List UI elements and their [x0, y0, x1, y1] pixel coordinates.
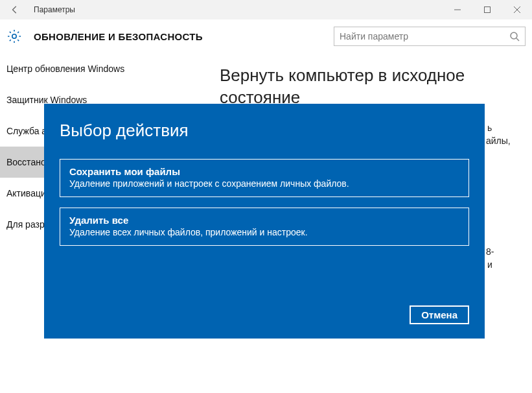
option-title: Удалить все: [69, 215, 459, 226]
option-remove-everything[interactable]: Удалить все Удаление всех личных файлов,…: [60, 208, 469, 246]
truncated-text: айлы,: [486, 136, 511, 146]
maximize-button[interactable]: [472, 0, 502, 19]
minimize-icon: [454, 6, 461, 13]
svg-point-5: [511, 32, 517, 39]
search-input[interactable]: [340, 31, 508, 42]
svg-point-4: [12, 34, 16, 38]
truncated-text: 8-: [486, 246, 494, 257]
svg-line-6: [516, 38, 519, 41]
svg-rect-1: [485, 7, 491, 13]
option-description: Удаление всех личных файлов, приложений …: [69, 227, 459, 237]
cancel-button[interactable]: Отмена: [410, 305, 469, 324]
truncated-text: и: [487, 259, 492, 270]
truncated-text: ь: [487, 123, 492, 133]
close-icon: [514, 6, 520, 13]
option-description: Удаление приложений и настроек с сохране…: [69, 178, 459, 189]
window-controls: [443, 0, 532, 19]
category-title: ОБНОВЛЕНИЕ И БЕЗОПАСНОСТЬ: [34, 31, 334, 42]
search-icon: [509, 31, 520, 42]
titlebar: Параметры: [0, 0, 532, 19]
page-title: Вернуть компьютер в исходное состояние: [220, 65, 518, 109]
maximize-icon: [484, 6, 491, 13]
back-arrow-icon: [10, 5, 19, 14]
reset-dialog: Выбор действия Сохранить мои файлы Удале…: [44, 104, 485, 339]
close-button[interactable]: [502, 0, 532, 19]
search-box[interactable]: [334, 27, 526, 46]
minimize-button[interactable]: [443, 0, 472, 19]
option-keep-files[interactable]: Сохранить мои файлы Удаление приложений …: [60, 159, 469, 197]
header: ОБНОВЛЕНИЕ И БЕЗОПАСНОСТЬ: [0, 19, 532, 53]
back-button[interactable]: [5, 0, 25, 19]
window-title: Параметры: [34, 5, 75, 14]
dialog-title: Выбор действия: [60, 121, 469, 141]
settings-gear-icon: [6, 29, 22, 44]
sidebar-item-label: Центр обновления Windows: [6, 64, 124, 74]
option-title: Сохранить мои файлы: [69, 166, 459, 177]
sidebar-item-windows-update[interactable]: Центр обновления Windows: [0, 53, 217, 84]
